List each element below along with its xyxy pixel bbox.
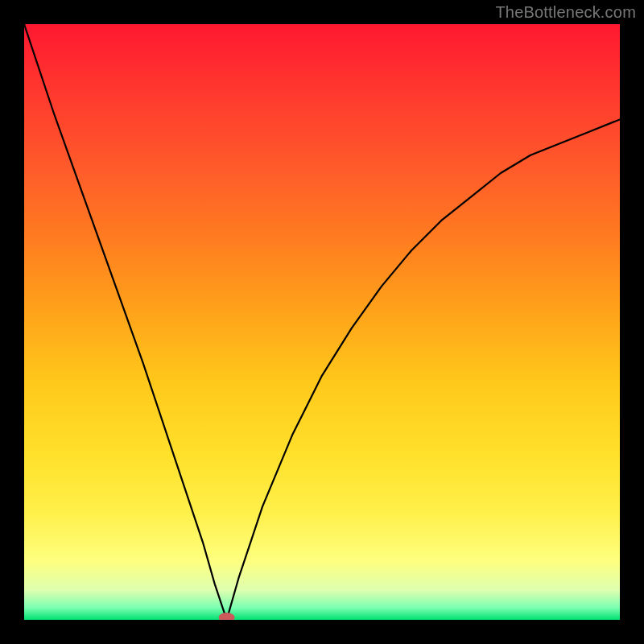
chart-frame: TheBottleneck.com [0,0,644,644]
curve-layer [24,24,620,620]
attribution-text: TheBottleneck.com [495,3,636,22]
bottleneck-curve [24,24,620,620]
plot-area [24,24,620,620]
minimum-marker [219,613,235,620]
